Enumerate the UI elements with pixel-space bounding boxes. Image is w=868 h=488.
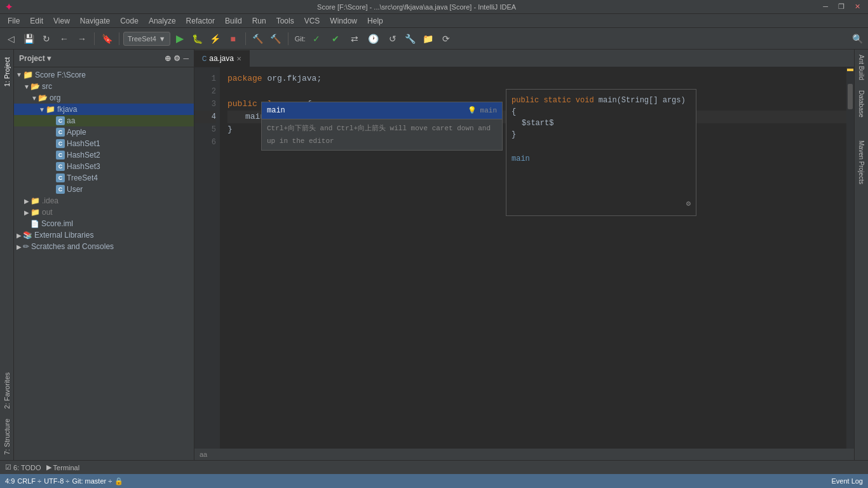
project-add-icon[interactable]: ⊕: [165, 54, 171, 63]
toolbar-separator2: [119, 32, 119, 45]
sidebar-tab-favorites[interactable]: 2: Favorites: [1, 367, 13, 414]
org-folder-icon: 📂: [38, 93, 48, 102]
autocomplete-popup[interactable]: main 💡 main Ctrl+向下箭头 and Ctrl+向上箭头 will…: [261, 102, 503, 151]
tree-item-apple[interactable]: ▶ C Apple: [14, 126, 194, 138]
status-git[interactable]: Git: master ÷: [72, 477, 112, 485]
menu-window[interactable]: Window: [325, 15, 362, 27]
sidebar-tab-project[interactable]: 1: Project: [1, 52, 13, 92]
toolbar-back-btn[interactable]: ◁: [3, 30, 19, 47]
sidebar-tab-maven[interactable]: Maven Projects: [855, 135, 867, 189]
tree-item-user[interactable]: ▶ C User: [14, 184, 194, 195]
tree-item-idea[interactable]: ▶ 📁 .idea: [14, 195, 194, 207]
toolbar-redo-btn[interactable]: →: [74, 30, 90, 47]
external-btn[interactable]: 📁: [420, 30, 437, 47]
tree-item-org[interactable]: ▼ 📂 org: [14, 92, 194, 104]
terminal-panel-btn[interactable]: ▶ Terminal: [46, 463, 80, 471]
menu-file[interactable]: File: [3, 15, 25, 27]
tree-item-hashset1[interactable]: ▶ C HashSet1: [14, 138, 194, 149]
tree-item-out[interactable]: ▶ 📁 out: [14, 207, 194, 218]
tree-arrow-fkjava: ▼: [38, 106, 46, 113]
code-area[interactable]: package org.fkjava; public class aa { ma…: [220, 67, 846, 449]
tab-close-aa[interactable]: ✕: [236, 55, 241, 62]
tree-label-hashset3: HashSet3: [67, 162, 100, 171]
menu-run[interactable]: Run: [247, 15, 271, 27]
todo-panel-btn[interactable]: ☑ 6: TODO: [5, 463, 41, 471]
tree-item-hashset2[interactable]: ▶ C HashSet2: [14, 149, 194, 161]
git-revert-btn[interactable]: ↺: [384, 30, 401, 47]
project-settings-icon[interactable]: ⚙: [173, 54, 180, 63]
tree-item-treeset4[interactable]: ▶ C TreeSet4: [14, 172, 194, 184]
ac-bulb-icon: 💡: [468, 104, 477, 117]
toolbar-sync-btn[interactable]: ↻: [38, 30, 55, 47]
menu-navigate[interactable]: Navigate: [75, 15, 115, 27]
menu-vcs[interactable]: VCS: [299, 15, 325, 27]
tree-item-fkjava[interactable]: ▼ 📁 fkjava: [14, 104, 194, 115]
ac-hint: Ctrl+向下箭头 and Ctrl+向上箭头 will move caret …: [262, 119, 502, 150]
debug-button[interactable]: 🐛: [189, 30, 206, 47]
editor-tab-aa[interactable]: C aa.java ✕: [194, 50, 250, 67]
tree-item-score[interactable]: ▼ 📁 Score F:\Score: [14, 69, 194, 81]
toolbar-save-btn[interactable]: 💾: [20, 30, 37, 47]
close-button[interactable]: ✕: [852, 3, 863, 11]
rebuild-btn[interactable]: 🔨: [268, 30, 284, 47]
code-content[interactable]: package org.fkjava; public class aa { ma…: [220, 67, 846, 449]
menu-refactor[interactable]: Refactor: [181, 15, 220, 27]
menu-help[interactable]: Help: [362, 15, 388, 27]
scroll-thumb[interactable]: [848, 84, 853, 109]
project-minimize-icon[interactable]: ─: [183, 54, 189, 63]
tree-label-hashset2: HashSet2: [67, 151, 100, 159]
sidebar-tab-structure[interactable]: 7: Structure: [1, 414, 13, 460]
tree-item-scratches[interactable]: ▶ ✏ Scratches and Consoles: [14, 241, 194, 252]
tree-arrow-org: ▼: [31, 95, 38, 102]
ac-item-main[interactable]: main 💡 main: [262, 102, 502, 119]
tree-item-extlibs[interactable]: ▶ 📚 External Libraries: [14, 229, 194, 241]
git-tick-btn[interactable]: ✔: [327, 30, 344, 47]
doc-line3: }: [512, 129, 691, 140]
menu-tools[interactable]: Tools: [271, 15, 299, 27]
toolbar-undo-btn[interactable]: ←: [56, 30, 72, 47]
menu-code[interactable]: Code: [115, 15, 144, 27]
git-history-btn[interactable]: 🕐: [365, 30, 382, 47]
tree-item-hashset3[interactable]: ▶ C HashSet3: [14, 161, 194, 172]
menu-view[interactable]: View: [48, 15, 75, 27]
tree-label-aa: aa: [67, 116, 75, 125]
tab-java-icon: C: [202, 55, 207, 62]
doc-gear-icon[interactable]: ⚙: [686, 198, 691, 210]
git-check-btn[interactable]: ✓: [308, 30, 325, 47]
tree-label-apple: Apple: [67, 128, 86, 137]
build-btn[interactable]: 🔨: [250, 30, 266, 47]
git-arrow-btn[interactable]: ⇄: [346, 30, 363, 47]
editor-bottom-bar: aa: [194, 449, 854, 460]
doc-line2: $start$: [512, 118, 691, 129]
event-log-link[interactable]: Event Log: [831, 477, 863, 485]
maximize-button[interactable]: ❐: [836, 3, 847, 11]
tree-item-src[interactable]: ▼ 📂 src: [14, 81, 194, 92]
minimize-button[interactable]: ─: [820, 3, 831, 11]
ac-shortcut: main: [480, 104, 497, 117]
settings-btn[interactable]: 🔧: [402, 30, 419, 47]
project-tree: ▼ 📁 Score F:\Score ▼ 📂 src ▼ 📂 org ▼ 📁 f…: [14, 67, 194, 460]
status-crlf[interactable]: CRLF ÷: [17, 477, 41, 485]
menu-analyze[interactable]: Analyze: [144, 15, 181, 27]
menu-build[interactable]: Build: [220, 15, 247, 27]
sidebar-tab-database[interactable]: Database: [855, 85, 867, 123]
status-charset[interactable]: UTF-8 ÷: [44, 477, 69, 485]
status-position[interactable]: 4:9: [5, 477, 15, 485]
vertical-scrollbar[interactable]: [846, 67, 854, 449]
menu-edit[interactable]: Edit: [25, 15, 48, 27]
tree-item-scoreiml[interactable]: ▶ 📄 Score.iml: [14, 218, 194, 229]
sidebar-tab-ant[interactable]: Ant Build: [855, 50, 867, 85]
toolbar-bookmark-btn[interactable]: 🔖: [98, 30, 115, 47]
tree-item-aa[interactable]: ▶ C aa: [14, 115, 194, 126]
tree-arrow-idea: ▶: [23, 198, 31, 205]
coverage-button[interactable]: ⚡: [207, 30, 224, 47]
stop-button[interactable]: ■: [225, 30, 241, 47]
code-editor[interactable]: 1 2 3 4 5 6 package org.fkjava;: [194, 67, 846, 449]
sync2-btn[interactable]: ⟳: [438, 30, 454, 47]
run-button[interactable]: ▶: [172, 30, 188, 47]
scratches-icon: ✏: [23, 242, 29, 251]
run-config-dropdown[interactable]: TreeSet4 ▼: [123, 32, 170, 46]
editor-wrapper: 1 2 3 4 5 6 package org.fkjava;: [194, 67, 854, 449]
search-everywhere-btn[interactable]: 🔍: [849, 30, 865, 47]
project-panel: Project ▾ ⊕ ⚙ ─ ▼ 📁 Score F:\Score ▼ 📂 s…: [14, 50, 194, 460]
